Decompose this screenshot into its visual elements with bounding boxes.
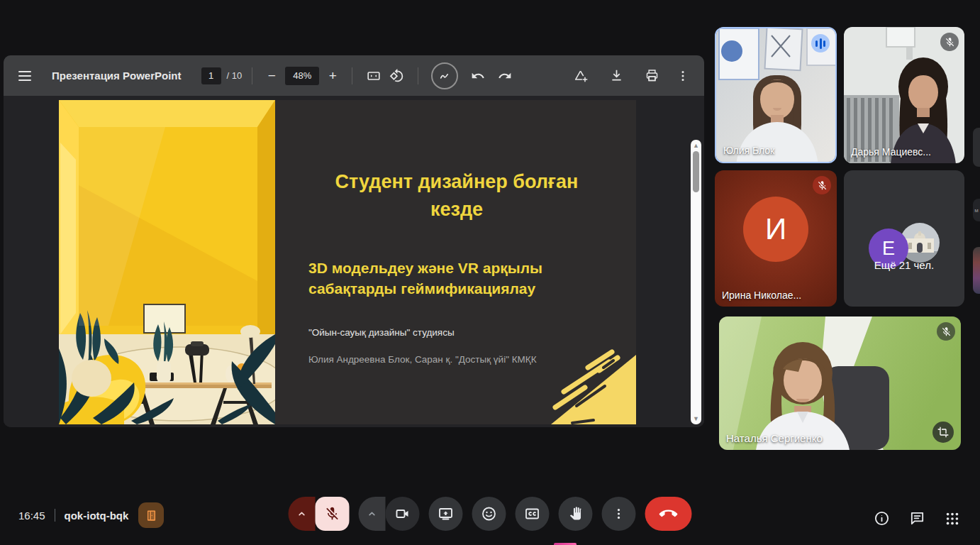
slide-title: Студент дизайнер болған кезде: [318, 168, 596, 224]
end-call-button[interactable]: [645, 497, 692, 531]
apps-grid-icon[interactable]: [945, 511, 960, 527]
more-options-icon[interactable]: [672, 65, 694, 87]
mic-muted-icon: [813, 176, 831, 194]
more-participants-count: Ещё 21 чел.: [844, 259, 964, 271]
slide-page-1: Студент дизайнер болған кезде 3D модельд…: [59, 100, 636, 424]
more-participants-tile[interactable]: Е Ещё 21 чел.: [844, 170, 964, 307]
avatar: И: [743, 197, 808, 262]
offscreen-tile-sliver: м: [973, 199, 980, 221]
camera-control-group: [359, 497, 420, 531]
participant-name: Ирина Николае...: [722, 290, 801, 301]
call-controls: [289, 497, 692, 531]
chat-icon[interactable]: [909, 510, 925, 527]
toolbar-divider: [418, 67, 418, 84]
slide-subtitle: 3D модельдеу және VR арқылы сабақтарды г…: [308, 258, 564, 299]
slide-text-block: Студент дизайнер болған кезде 3D модельд…: [275, 100, 636, 424]
participant-tile-yulia-blok[interactable]: Юлия Блок: [715, 27, 837, 163]
mic-control-group: [289, 497, 350, 531]
present-screen-button[interactable]: [429, 497, 463, 531]
participant-name: Наталья Сергиенко: [726, 432, 823, 444]
pdf-viewer-canvas: Студент дизайнер болған кезде 3D модельд…: [4, 96, 704, 427]
more-call-options-button[interactable]: [602, 497, 636, 531]
fit-width-icon[interactable]: [362, 65, 385, 87]
meeting-side-controls: [874, 510, 960, 527]
document-title: Презентация PowerPoint: [52, 70, 182, 82]
toolbar-divider: [352, 67, 352, 84]
mic-options-chevron[interactable]: [289, 497, 316, 531]
clock-time: 16:45: [18, 510, 45, 522]
crop-video-icon[interactable]: [932, 422, 954, 443]
page-number-input[interactable]: 1: [201, 67, 221, 84]
print-icon[interactable]: [640, 65, 663, 87]
pdf-viewer-toolbar: Презентация PowerPoint 1 / 10 − 48% +: [4, 55, 704, 96]
download-icon[interactable]: [605, 65, 628, 87]
meeting-details-info-icon[interactable]: [874, 510, 890, 527]
offscreen-reactions-sliver: [973, 247, 980, 294]
rotate-icon[interactable]: [385, 65, 408, 87]
scrollbar-thumb[interactable]: [693, 151, 699, 192]
toolbar-divider: [252, 67, 252, 84]
mic-muted-icon: [940, 33, 959, 51]
participant-name: Дарья Мациевс...: [851, 146, 931, 158]
participant-tile-natalya[interactable]: Наталья Сергиенко: [719, 316, 961, 450]
mic-muted-icon: [937, 322, 955, 341]
zoom-level-value[interactable]: 48%: [285, 67, 319, 85]
shared-presentation-window: Презентация PowerPoint 1 / 10 − 48% +: [4, 55, 704, 427]
annotate-pen-icon[interactable]: [431, 62, 458, 89]
zoom-out-button[interactable]: −: [262, 67, 281, 85]
camera-options-chevron[interactable]: [359, 497, 386, 531]
meet-bottom-bar: 16:45 qok-iotq-bqk: [0, 490, 980, 545]
undo-icon[interactable]: [467, 65, 489, 87]
page-count-label: / 10: [227, 70, 243, 81]
participant-tile-darya[interactable]: Дарья Мациевс...: [844, 27, 964, 163]
zoom-in-button[interactable]: +: [323, 67, 342, 85]
participant-tile-irina[interactable]: И Ирина Николае...: [715, 170, 837, 307]
meeting-room-door-icon[interactable]: [138, 502, 164, 528]
slide-brush-decoration: [544, 346, 636, 424]
slide-studio-line: "Ойын-сауық дизайны" студиясы: [308, 327, 605, 338]
offscreen-tile-sliver: [973, 128, 980, 167]
reactions-button[interactable]: [472, 497, 506, 531]
menu-icon[interactable]: [13, 65, 36, 87]
camera-toggle-button[interactable]: [386, 497, 420, 531]
video-feed: [719, 316, 961, 450]
scroll-down-icon[interactable]: ▼: [691, 415, 701, 422]
divider: [55, 509, 55, 522]
slide-photo-yellow-room: [59, 100, 275, 424]
meeting-code: qok-iotq-bqk: [65, 510, 129, 522]
meet-screen: Презентация PowerPoint 1 / 10 − 48% +: [0, 0, 980, 545]
viewer-scrollbar[interactable]: ▲ ▼: [691, 140, 701, 424]
audio-speaking-indicator-icon: [811, 34, 830, 53]
participant-name: Юлия Блок: [723, 145, 774, 156]
redo-icon[interactable]: [494, 65, 516, 87]
meeting-info-group: 16:45 qok-iotq-bqk: [18, 502, 164, 528]
scroll-up-icon[interactable]: ▲: [691, 142, 701, 149]
captions-button[interactable]: [516, 497, 550, 531]
mic-toggle-button-muted[interactable]: [316, 497, 350, 531]
add-to-drive-icon[interactable]: [569, 65, 592, 87]
raise-hand-button[interactable]: [559, 497, 593, 531]
